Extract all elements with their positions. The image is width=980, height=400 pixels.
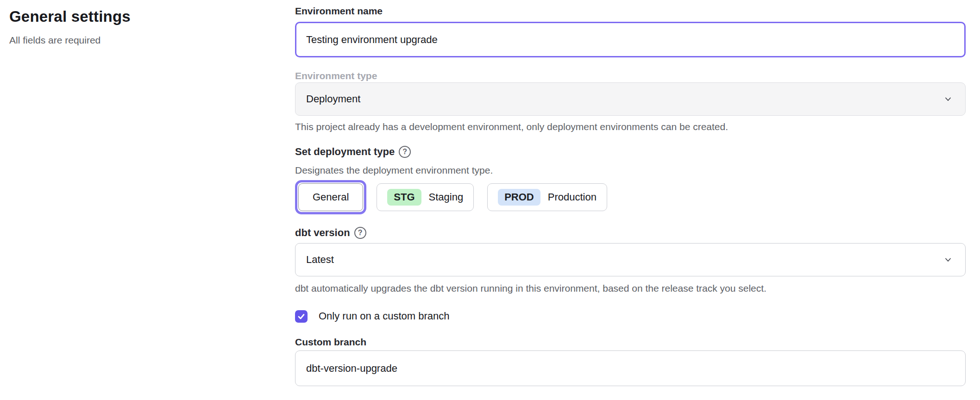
- environment-type-select[interactable]: Deployment: [295, 82, 966, 116]
- help-icon[interactable]: ?: [354, 227, 366, 239]
- deployment-option-production[interactable]: PROD Production: [484, 180, 610, 214]
- general-button-label: General: [313, 191, 349, 203]
- deployment-type-label: Set deployment type: [295, 145, 395, 158]
- settings-header: General settings All fields are required: [9, 6, 283, 46]
- chevron-down-icon: [943, 255, 953, 265]
- staging-badge: STG: [387, 189, 421, 206]
- production-badge: PROD: [498, 189, 540, 206]
- general-button[interactable]: General: [298, 183, 363, 211]
- custom-branch-checkbox-row: Only run on a custom branch: [295, 309, 966, 324]
- production-button[interactable]: PROD Production: [487, 183, 607, 211]
- dbt-version-value: Latest: [306, 254, 334, 266]
- custom-branch-input[interactable]: [295, 350, 966, 386]
- staging-button[interactable]: STG Staging: [377, 183, 474, 211]
- settings-form: Environment name Environment type Deploy…: [295, 0, 966, 386]
- checkmark-icon: [297, 312, 306, 321]
- deployment-type-helper: Designates the deployment environment ty…: [295, 164, 966, 177]
- page-title: General settings: [9, 6, 283, 27]
- environment-type-helper: This project already has a development e…: [295, 120, 966, 133]
- help-icon[interactable]: ?: [399, 146, 411, 158]
- dbt-version-helper: dbt automatically upgrades the dbt versi…: [295, 282, 966, 295]
- deployment-option-general[interactable]: General: [295, 180, 366, 214]
- chevron-down-icon: [943, 94, 953, 104]
- production-button-label: Production: [548, 191, 597, 203]
- environment-settings-page: General settings All fields are required…: [0, 0, 980, 400]
- environment-type-label: Environment type: [295, 69, 966, 82]
- environment-name-input[interactable]: [295, 22, 966, 57]
- environment-type-value: Deployment: [306, 93, 360, 105]
- staging-button-label: Staging: [429, 191, 464, 203]
- dbt-version-select[interactable]: Latest: [295, 243, 966, 276]
- custom-branch-label: Custom branch: [295, 336, 966, 349]
- custom-branch-checkbox[interactable]: [295, 310, 308, 323]
- dbt-version-label: dbt version: [295, 226, 350, 239]
- deployment-option-staging[interactable]: STG Staging: [373, 180, 477, 214]
- custom-branch-checkbox-label[interactable]: Only run on a custom branch: [319, 310, 449, 322]
- environment-name-label: Environment name: [295, 5, 966, 18]
- deployment-type-options: General STG Staging PROD Production: [295, 180, 966, 214]
- page-subtitle: All fields are required: [9, 34, 283, 46]
